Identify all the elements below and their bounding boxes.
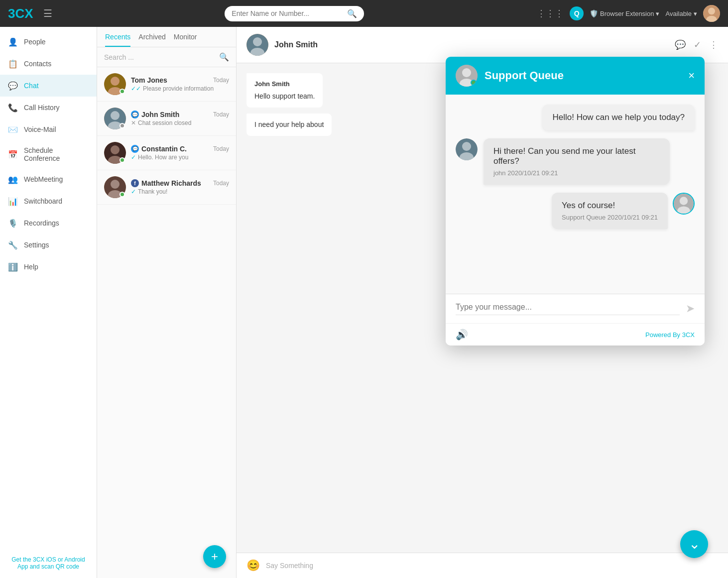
chat-header-actions: 💬 ✓ ⋮: [675, 39, 718, 50]
chat-item-time: Today: [213, 77, 229, 84]
logo-text: 3CX: [8, 6, 33, 21]
switchboard-icon: 📊: [8, 196, 18, 206]
settings-icon: 🔧: [8, 240, 18, 250]
check-icon: ✓: [131, 188, 136, 195]
chat-item-info: f Matthew Richards Today ✓ Thank you!: [131, 179, 229, 195]
emoji-button[interactable]: 😊: [246, 559, 260, 572]
chat-input-area: 😊: [237, 553, 728, 578]
svg-point-10: [111, 145, 120, 154]
chat-search-input[interactable]: [104, 53, 219, 61]
platform-chat-icon: 💬: [131, 145, 139, 153]
user-avatar[interactable]: [703, 5, 720, 22]
chat-action-check[interactable]: ✓: [694, 39, 701, 50]
list-item[interactable]: 💬 John Smith Today ✕ Chat session closed: [97, 102, 236, 136]
chat-list-panel: Recents Archived Monitor 🔍: [97, 27, 237, 578]
support-queue-message: Yes of course! Support Queue 2020/10/21 …: [552, 193, 695, 229]
support-queue-title: Support Queue: [485, 69, 681, 82]
main-layout: 👤 People 📋 Contacts 💬 Chat 📞 Call Histor…: [0, 27, 728, 578]
chat-item-name: Constantin C.: [141, 145, 187, 153]
contacts-icon: 📋: [8, 59, 18, 69]
top-navigation: 3CX ☰ 🔍 ⋮⋮⋮ Q 🛡️ Browser Extension ▾ Ava…: [0, 0, 728, 27]
svg-point-25: [680, 197, 688, 205]
sidebar-footer: Get the 3CX iOS or Android App and scan …: [0, 548, 97, 578]
avatar: [104, 73, 126, 95]
chat-item-time: Today: [213, 180, 229, 187]
hamburger-button[interactable]: ☰: [43, 7, 52, 19]
list-item[interactable]: Tom Jones Today ✓✓ Please provide inform…: [97, 67, 236, 102]
sidebar-item-chat[interactable]: 💬 Chat: [0, 75, 97, 97]
preview-text: Please provide information: [143, 85, 214, 92]
chat-main-area: John Smith 💬 ✓ ⋮ John Smith Hello suppor…: [237, 27, 728, 578]
tab-recents[interactable]: Recents: [105, 33, 130, 47]
message-meta: john 2020/10/21 09:21: [493, 169, 660, 177]
voicemail-icon: ✉️: [8, 124, 18, 134]
qr-code-link[interactable]: Get the 3CX iOS or Android App and scan …: [8, 556, 89, 570]
message-text: Yes of course!: [562, 201, 615, 210]
sidebar-label-schedule: Schedule Conference: [24, 146, 89, 162]
avatar: [104, 142, 126, 164]
message-bubble: Yes of course! Support Queue 2020/10/21 …: [552, 193, 668, 229]
browser-extension-button[interactable]: 🛡️ Browser Extension ▾: [590, 9, 659, 17]
sidebar-item-help[interactable]: ℹ️ Help: [0, 256, 97, 278]
sidebar-item-voicemail[interactable]: ✉️ Voice-Mail: [0, 118, 97, 140]
sidebar: 👤 People 📋 Contacts 💬 Chat 📞 Call Histor…: [0, 27, 97, 578]
status-online-dot: [120, 192, 125, 197]
browser-extension-label: Browser Extension: [600, 10, 654, 17]
sidebar-label-switchboard: Switchboard: [24, 197, 62, 205]
volume-button[interactable]: 🔊: [456, 329, 468, 341]
sidebar-item-schedule-conference[interactable]: 📅 Schedule Conference: [0, 140, 97, 168]
available-label: Available: [665, 10, 692, 17]
user-chat-avatar: [456, 138, 478, 160]
support-queue-footer: 🔊 Powered By 3CX: [446, 323, 705, 346]
scroll-down-button[interactable]: ⌄: [680, 530, 708, 558]
nav-right-area: ⋮⋮⋮ Q 🛡️ Browser Extension ▾ Available ▾: [537, 5, 720, 22]
chat-search-area: 🔍: [97, 47, 236, 67]
availability-button[interactable]: Available ▾: [665, 10, 697, 17]
support-agent-avatar: [673, 193, 695, 215]
tab-monitor[interactable]: Monitor: [174, 33, 197, 47]
avatar: [104, 108, 126, 129]
message-text: Hi there! Can you send me your latest of…: [493, 146, 635, 166]
list-item[interactable]: f Matthew Richards Today ✓ Thank you!: [97, 170, 236, 205]
app-logo: 3CX: [8, 6, 33, 21]
global-search-bar: 🔍: [225, 6, 364, 21]
support-queue-message-input[interactable]: [456, 303, 680, 315]
support-queue-avatar: [456, 65, 478, 87]
add-chat-button[interactable]: +: [203, 545, 226, 568]
status-offline-dot: [120, 123, 125, 128]
grid-icon-button[interactable]: ⋮⋮⋮: [537, 8, 564, 19]
chat-list: Tom Jones Today ✓✓ Please provide inform…: [97, 67, 236, 578]
support-queue-message: Hi there! Can you send me your latest of…: [456, 138, 695, 185]
tab-archived[interactable]: Archived: [138, 33, 165, 47]
global-search-input[interactable]: [232, 9, 347, 17]
svg-point-7: [111, 111, 120, 120]
sidebar-item-people[interactable]: 👤 People: [0, 31, 97, 53]
sidebar-item-call-history[interactable]: 📞 Call History: [0, 97, 97, 118]
sidebar-item-contacts[interactable]: 📋 Contacts: [0, 53, 97, 75]
sidebar-item-settings[interactable]: 🔧 Settings: [0, 234, 97, 256]
svg-point-22: [462, 142, 471, 151]
chat-action-more[interactable]: ⋮: [709, 39, 718, 50]
sidebar-label-help: Help: [24, 263, 38, 271]
chat-item-name: John Smith: [141, 111, 179, 118]
chat-item-preview: ✕ Chat session closed: [131, 119, 229, 126]
chat-header-avatar: [246, 34, 268, 56]
send-message-button[interactable]: ➤: [686, 302, 695, 315]
chat-item-time: Today: [213, 145, 229, 152]
sidebar-label-webmeeting: WebMeeting: [24, 175, 63, 183]
sidebar-label-voicemail: Voice-Mail: [24, 125, 56, 133]
sidebar-item-webmeeting[interactable]: 👥 WebMeeting: [0, 168, 97, 190]
chat-icon: 💬: [8, 81, 18, 91]
svg-point-13: [111, 180, 120, 189]
sidebar-item-switchboard[interactable]: 📊 Switchboard: [0, 190, 97, 212]
list-item[interactable]: 💬 Constantin C. Today ✓ Hello. How are y…: [97, 136, 236, 170]
message-input[interactable]: [266, 562, 718, 570]
sidebar-item-recordings[interactable]: 🎙️ Recordings: [0, 212, 97, 234]
avatar: [104, 176, 126, 198]
svg-point-16: [253, 37, 262, 46]
chat-action-comment[interactable]: 💬: [675, 39, 686, 50]
message-text: Hello! How can we help you today?: [552, 113, 685, 122]
chat-item-preview: ✓ Hello. How are you: [131, 154, 229, 161]
availability-chevron-icon: ▾: [694, 10, 697, 17]
support-queue-close-button[interactable]: ×: [688, 69, 695, 82]
